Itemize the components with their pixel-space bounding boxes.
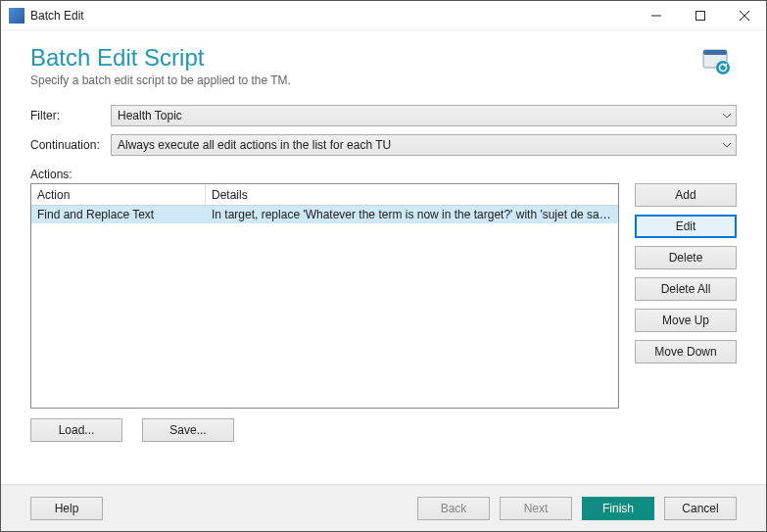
app-icon — [9, 8, 24, 24]
content-area: Batch Edit Script Specify a batch edit s… — [1, 30, 766, 484]
continuation-select[interactable]: Always execute all edit actions in the l… — [111, 134, 737, 156]
maximize-button[interactable] — [678, 1, 722, 30]
cell-action: Find and Replace Text — [31, 208, 206, 221]
finish-button[interactable]: Finish — [582, 497, 654, 520]
actions-area: Action Details Find and Replace Text In … — [30, 183, 737, 409]
column-header-action[interactable]: Action — [31, 184, 206, 205]
column-header-details[interactable]: Details — [206, 184, 618, 205]
back-button[interactable]: Back — [417, 497, 490, 520]
cancel-button[interactable]: Cancel — [664, 497, 737, 520]
minimize-button[interactable] — [634, 1, 678, 30]
filter-value: Health Topic — [118, 109, 182, 122]
titlebar: Batch Edit — [1, 1, 766, 30]
footer: Help Back Next Finish Cancel — [1, 484, 766, 531]
filter-row: Filter: Health Topic — [30, 105, 737, 126]
table-row[interactable]: Find and Replace Text In target, replace… — [31, 206, 618, 223]
cell-details: In target, replace 'Whatever the term is… — [206, 208, 618, 221]
load-save-row: Load... Save... — [30, 418, 737, 442]
script-icon — [701, 46, 733, 77]
chevron-down-icon — [722, 113, 732, 119]
continuation-label: Continuation: — [30, 138, 111, 152]
delete-all-button[interactable]: Delete All — [635, 277, 737, 301]
close-button[interactable] — [722, 1, 766, 30]
side-button-group: Add Edit Delete Delete All Move Up Move … — [635, 183, 737, 409]
window: Batch Edit Batch Edit Script Specify a b… — [0, 0, 767, 532]
table-body: Find and Replace Text In target, replace… — [31, 206, 618, 408]
move-up-button[interactable]: Move Up — [635, 309, 737, 332]
continuation-value: Always execute all edit actions in the l… — [118, 138, 391, 152]
delete-button[interactable]: Delete — [635, 246, 737, 269]
page-title: Batch Edit Script — [30, 44, 737, 72]
help-button[interactable]: Help — [30, 497, 103, 520]
add-button[interactable]: Add — [635, 183, 737, 207]
close-icon — [740, 11, 749, 21]
wizard-buttons: Back Next Finish Cancel — [417, 497, 737, 520]
svg-rect-5 — [703, 50, 727, 55]
save-button[interactable]: Save... — [142, 418, 234, 442]
continuation-row: Continuation: Always execute all edit ac… — [30, 134, 737, 156]
svg-rect-1 — [695, 11, 704, 20]
table-header: Action Details — [31, 184, 618, 206]
filter-label: Filter: — [30, 109, 111, 122]
maximize-icon — [695, 11, 705, 21]
window-title: Batch Edit — [30, 9, 84, 23]
edit-button[interactable]: Edit — [635, 215, 737, 238]
actions-table: Action Details Find and Replace Text In … — [30, 183, 619, 409]
move-down-button[interactable]: Move Down — [635, 340, 737, 363]
next-button[interactable]: Next — [500, 497, 572, 520]
chevron-down-icon — [722, 142, 732, 148]
load-button[interactable]: Load... — [30, 418, 122, 442]
page-subtitle: Specify a batch edit script to be applie… — [30, 73, 737, 87]
svg-point-6 — [716, 61, 730, 74]
minimize-icon — [651, 11, 661, 21]
actions-label: Actions: — [30, 168, 737, 181]
filter-select[interactable]: Health Topic — [111, 105, 737, 126]
